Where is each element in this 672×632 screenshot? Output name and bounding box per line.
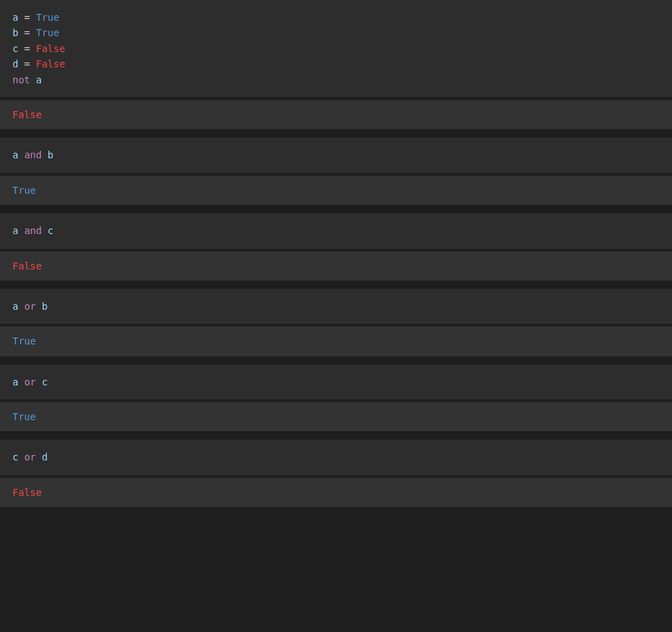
token-val-true: True <box>12 185 36 196</box>
token-val-true: True <box>36 27 60 38</box>
token-var-b: b <box>42 149 53 160</box>
gap-2 <box>0 132 672 138</box>
token-op: = <box>18 43 35 54</box>
gap-8 <box>0 283 672 289</box>
token-val-true: True <box>12 411 36 422</box>
token-var-a: a <box>30 74 42 85</box>
token-op <box>18 301 24 312</box>
token-keyword-and: and <box>24 149 42 160</box>
code-cell-3: a and b <box>0 138 672 175</box>
token-var-b: b <box>36 301 48 312</box>
token-var-c: c <box>36 376 48 388</box>
code-cell-15: c or d <box>0 440 672 477</box>
token-val-false: False <box>36 43 65 54</box>
gap-5 <box>0 208 672 213</box>
code-cell-6: a and c <box>0 213 672 251</box>
app-container: a = Trueb = Truec = Falsed = Falsenot aF… <box>0 0 672 510</box>
code-line-10-0: True <box>12 333 660 349</box>
token-val-false: False <box>12 487 42 498</box>
token-val-false: False <box>36 58 65 69</box>
token-op <box>18 225 24 236</box>
output-cell-13: True <box>0 402 672 434</box>
code-line-0-0: a = True <box>12 10 660 25</box>
gap-11 <box>0 359 672 365</box>
token-op <box>18 376 24 388</box>
code-line-4-0: True <box>12 183 660 198</box>
token-val-true: True <box>36 12 60 23</box>
code-line-0-2: c = False <box>12 41 660 56</box>
code-line-12-0: a or c <box>12 374 660 390</box>
token-val-false: False <box>12 260 42 272</box>
code-cell-0: a = Trueb = Truec = Falsed = Falsenot a <box>0 0 672 100</box>
token-val-false: False <box>12 109 42 120</box>
code-line-0-4: not a <box>12 72 660 88</box>
code-line-16-0: False <box>12 485 660 500</box>
token-keyword-and: and <box>24 225 42 236</box>
code-cell-9: a or b <box>0 289 672 326</box>
code-line-1-0: False <box>12 107 660 122</box>
token-op: = <box>18 27 35 38</box>
token-op <box>18 451 24 463</box>
code-line-3-0: a and b <box>12 147 660 163</box>
code-line-0-1: b = True <box>12 25 660 40</box>
token-var-c: c <box>42 225 53 236</box>
output-cell-10: True <box>0 326 672 358</box>
token-op: = <box>18 58 35 69</box>
token-keyword-or: or <box>24 376 36 388</box>
output-cell-4: True <box>0 176 672 208</box>
output-cell-1: False <box>0 100 672 132</box>
token-op <box>18 149 24 160</box>
code-line-7-0: False <box>12 258 660 274</box>
code-line-15-0: c or d <box>12 449 660 465</box>
token-keyword-not: not <box>12 74 30 85</box>
token-op: = <box>18 12 35 23</box>
output-cell-7: False <box>0 251 672 283</box>
gap-14 <box>0 434 672 440</box>
code-line-13-0: True <box>12 409 660 424</box>
token-keyword-or: or <box>24 451 36 463</box>
code-line-0-3: d = False <box>12 56 660 72</box>
code-line-9-0: a or b <box>12 299 660 314</box>
code-cell-12: a or c <box>0 365 672 402</box>
token-var-d: d <box>36 451 48 463</box>
output-cell-16: False <box>0 478 672 510</box>
token-val-true: True <box>12 335 36 347</box>
token-keyword-or: or <box>24 301 36 312</box>
code-line-6-0: a and c <box>12 223 660 238</box>
